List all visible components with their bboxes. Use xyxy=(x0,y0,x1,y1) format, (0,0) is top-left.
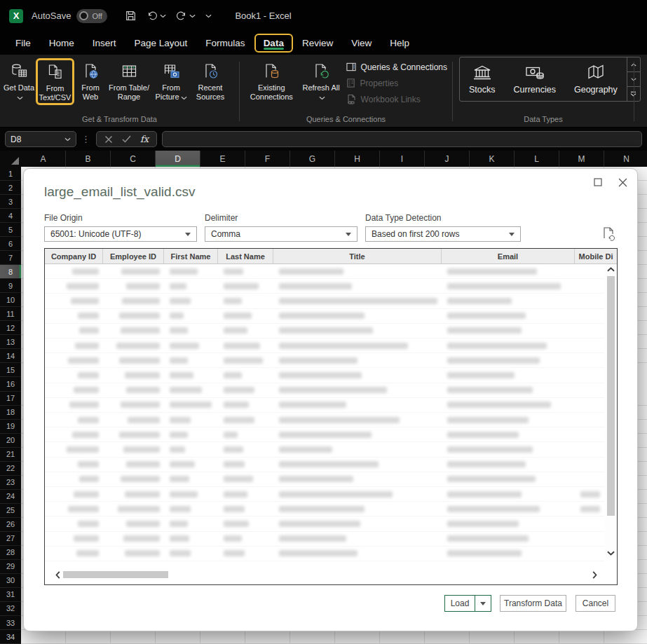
formula-input[interactable] xyxy=(162,131,642,147)
row-header-19[interactable]: 19 xyxy=(0,420,21,434)
row-header-14[interactable]: 14 xyxy=(0,349,21,363)
column-header-C[interactable]: C xyxy=(111,151,156,167)
row-header-17[interactable]: 17 xyxy=(0,392,21,406)
row-header-20[interactable]: 20 xyxy=(0,434,21,448)
menu-tab-formulas[interactable]: Formulas xyxy=(196,34,254,52)
row-header-9[interactable]: 9 xyxy=(0,279,21,293)
confirm-entry-icon[interactable] xyxy=(122,135,131,143)
preview-horizontal-scrollbar[interactable] xyxy=(53,570,599,580)
row-header-30[interactable]: 30 xyxy=(0,574,21,588)
data-type-detection-select[interactable]: Based on first 200 rows xyxy=(365,226,521,242)
column-header-K[interactable]: K xyxy=(470,151,515,167)
refresh-preview-button[interactable] xyxy=(602,226,615,241)
menu-tab-data[interactable]: Data xyxy=(254,34,293,53)
ribbon-button-queries-connections[interactable]: Queries & Connections xyxy=(346,62,447,72)
ribbon-button-get-data[interactable]: Get Data xyxy=(2,58,36,104)
row-header-32[interactable]: 32 xyxy=(0,602,21,616)
column-header-G[interactable]: G xyxy=(290,151,335,167)
column-header-A[interactable]: A xyxy=(21,151,66,167)
preview-vertical-scrollbar[interactable] xyxy=(605,264,617,559)
column-header-I[interactable]: I xyxy=(380,151,425,167)
preview-column-header-first-name[interactable]: First Name xyxy=(164,249,218,263)
ribbon-button-from-text-csv[interactable]: From Text/CSV xyxy=(36,58,74,105)
load-button[interactable]: Load xyxy=(445,598,475,608)
file-origin-select[interactable]: 65001: Unicode (UTF-8) xyxy=(44,226,197,242)
row-header-29[interactable]: 29 xyxy=(0,560,21,574)
column-header-M[interactable]: M xyxy=(559,151,604,167)
row-header-18[interactable]: 18 xyxy=(0,406,21,420)
insert-function-icon[interactable]: fx xyxy=(140,134,149,144)
row-header-7[interactable]: 7 xyxy=(0,251,21,265)
dialog-close-button[interactable] xyxy=(616,176,629,189)
scroll-right-icon[interactable] xyxy=(590,570,599,580)
cancel-button[interactable]: Cancel xyxy=(576,595,615,612)
row-header-10[interactable]: 10 xyxy=(0,293,21,307)
undo-button[interactable] xyxy=(143,8,170,25)
ribbon-button-from-picture[interactable]: From Picture xyxy=(151,58,191,104)
cancel-entry-icon[interactable] xyxy=(104,135,113,144)
row-header-5[interactable]: 5 xyxy=(0,223,21,237)
column-header-F[interactable]: F xyxy=(245,151,290,167)
preview-column-header-company-id[interactable]: Company ID xyxy=(45,249,103,263)
row-header-33[interactable]: 33 xyxy=(0,616,21,630)
menu-tab-file[interactable]: File xyxy=(6,34,40,52)
menu-tab-help[interactable]: Help xyxy=(381,34,418,52)
row-header-26[interactable]: 26 xyxy=(0,518,21,532)
vertical-scroll-thumb[interactable] xyxy=(607,276,615,516)
row-header-12[interactable]: 12 xyxy=(0,321,21,335)
ribbon-button-recent-sources[interactable]: Recent Sources xyxy=(191,58,230,103)
row-header-13[interactable]: 13 xyxy=(0,335,21,349)
column-header-H[interactable]: H xyxy=(335,151,380,167)
menu-tab-view[interactable]: View xyxy=(342,34,381,52)
ribbon-button-existing-connections[interactable]: Existing Connections xyxy=(242,58,301,103)
scroll-left-icon[interactable] xyxy=(53,570,62,580)
row-header-23[interactable]: 23 xyxy=(0,476,21,490)
horizontal-scroll-thumb[interactable] xyxy=(63,571,168,578)
save-button[interactable] xyxy=(121,7,140,25)
column-header-N[interactable]: N xyxy=(604,151,647,167)
row-header-1[interactable]: 1 xyxy=(0,167,21,181)
row-header-15[interactable]: 15 xyxy=(0,363,21,377)
row-header-2[interactable]: 2 xyxy=(0,181,21,195)
transform-data-button[interactable]: Transform Data xyxy=(500,595,566,612)
column-header-D[interactable]: D xyxy=(156,151,200,167)
menu-tab-insert[interactable]: Insert xyxy=(83,34,125,52)
ribbon-button-geography[interactable]: Geography xyxy=(565,57,627,101)
menu-tab-page-layout[interactable]: Page Layout xyxy=(125,34,197,52)
column-header-E[interactable]: E xyxy=(200,151,245,167)
autosave-toggle[interactable]: Off xyxy=(76,9,107,23)
ribbon-button-stocks[interactable]: Stocks xyxy=(460,57,505,101)
preview-column-header-last-name[interactable]: Last Name xyxy=(218,249,273,263)
menu-tab-home[interactable]: Home xyxy=(40,34,83,52)
redo-button[interactable] xyxy=(172,8,199,25)
column-header-B[interactable]: B xyxy=(66,151,111,167)
drag-handle-icon[interactable]: ⋮ xyxy=(81,134,91,144)
scroll-down-icon[interactable] xyxy=(605,548,617,559)
ribbon-button-from-table-range[interactable]: From Table/ Range xyxy=(107,58,151,103)
row-header-25[interactable]: 25 xyxy=(0,504,21,518)
row-header-22[interactable]: 22 xyxy=(0,462,21,476)
row-header-8[interactable]: 8 xyxy=(0,265,21,279)
row-header-16[interactable]: 16 xyxy=(0,377,21,391)
preview-column-header-employee-id[interactable]: Employee ID xyxy=(103,249,164,263)
row-header-4[interactable]: 4 xyxy=(0,209,21,223)
dialog-maximize-button[interactable] xyxy=(592,176,604,189)
ribbon-button-currencies[interactable]: Currencies xyxy=(505,57,565,101)
name-box[interactable]: D8 xyxy=(5,131,76,147)
row-header-24[interactable]: 24 xyxy=(0,490,21,504)
row-header-11[interactable]: 11 xyxy=(0,307,21,321)
ribbon-button-from-web[interactable]: From Web xyxy=(74,58,107,103)
row-header-28[interactable]: 28 xyxy=(0,546,21,560)
row-header-21[interactable]: 21 xyxy=(0,448,21,462)
preview-column-header-email[interactable]: Email xyxy=(442,249,575,263)
select-all-corner[interactable] xyxy=(0,151,21,167)
load-dropdown-button[interactable] xyxy=(475,596,491,611)
preview-column-header-mobile-di[interactable]: Mobile Di xyxy=(575,249,617,263)
delimiter-select[interactable]: Comma xyxy=(205,226,357,242)
row-header-6[interactable]: 6 xyxy=(0,237,21,251)
row-header-3[interactable]: 3 xyxy=(0,195,21,209)
scroll-up-icon[interactable] xyxy=(605,264,617,275)
customize-quick-access-button[interactable] xyxy=(202,11,215,21)
row-header-34[interactable]: 34 xyxy=(0,630,21,644)
row-header-31[interactable]: 31 xyxy=(0,588,21,602)
